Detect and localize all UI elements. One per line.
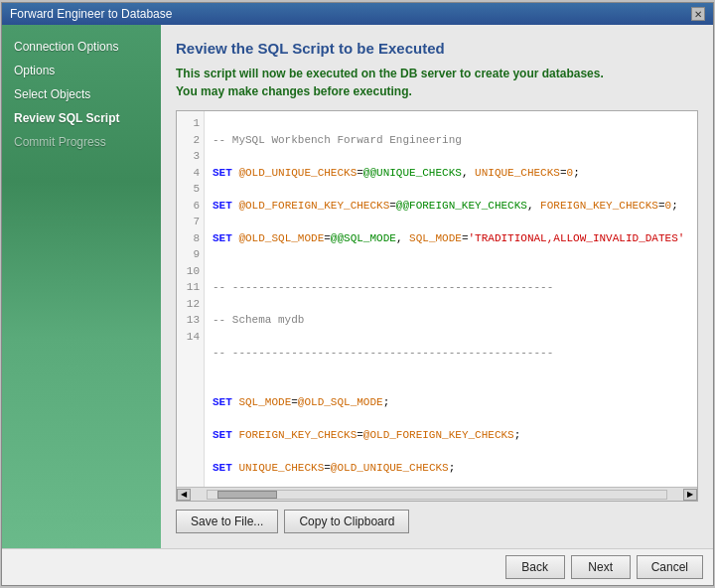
title-bar: Forward Engineer to Database ✕	[2, 3, 713, 25]
close-icon: ✕	[694, 9, 702, 20]
sidebar-item-options[interactable]: Options	[2, 59, 161, 82]
scroll-track[interactable]	[207, 490, 667, 500]
code-editor[interactable]: 1 2 3 4 5 6 7 8 9 10 11 12 13 14	[176, 110, 698, 502]
line-numbers: 1 2 3 4 5 6 7 8 9 10 11 12 13 14	[177, 111, 205, 487]
right-panel: Review the SQL Script to be Executed Thi…	[161, 25, 713, 548]
save-to-file-button[interactable]: Save to File...	[176, 510, 278, 533]
panel-subtitle: This script will now be executed on the …	[176, 65, 698, 100]
scroll-thumb[interactable]	[217, 491, 277, 499]
copy-to-clipboard-button[interactable]: Copy to Clipboard	[284, 510, 409, 533]
footer: Back Next Cancel	[2, 548, 713, 585]
sidebar-item-select-objects[interactable]: Select Objects	[2, 82, 161, 106]
sidebar-item-review-sql-script[interactable]: Review SQL Script	[2, 106, 161, 130]
cancel-button[interactable]: Cancel	[637, 555, 703, 579]
main-content: Connection Options Options Select Object…	[2, 25, 713, 548]
close-button[interactable]: ✕	[691, 7, 705, 21]
code-content-area: 1 2 3 4 5 6 7 8 9 10 11 12 13 14	[177, 111, 697, 487]
sidebar-item-commit-progress[interactable]: Commit Progress	[2, 130, 161, 154]
next-button[interactable]: Next	[571, 555, 631, 579]
code-text[interactable]: -- MySQL Workbench Forward Engineering S…	[205, 111, 697, 487]
window-title: Forward Engineer to Database	[10, 7, 172, 21]
scroll-left-btn[interactable]: ◀	[177, 489, 191, 501]
main-window: Forward Engineer to Database ✕ Connectio…	[1, 2, 714, 586]
panel-title: Review the SQL Script to be Executed	[176, 40, 698, 57]
file-buttons: Save to File... Copy to Clipboard	[176, 510, 698, 533]
sidebar-item-connection-options[interactable]: Connection Options	[2, 35, 161, 59]
sidebar: Connection Options Options Select Object…	[2, 25, 161, 548]
back-button[interactable]: Back	[505, 555, 565, 579]
scroll-right-btn[interactable]: ▶	[683, 489, 697, 501]
horizontal-scrollbar[interactable]: ◀ ▶	[177, 487, 697, 501]
